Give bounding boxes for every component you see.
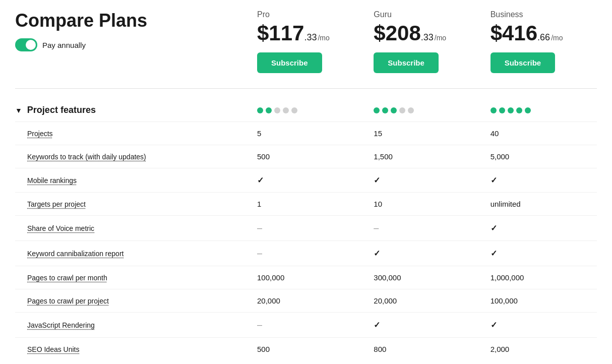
feature-name[interactable]: JavaScript Rendering <box>27 321 95 329</box>
plan-price-main: $416 <box>491 21 537 45</box>
feature-value-cell: 300,000 <box>363 273 480 282</box>
dot <box>266 107 272 113</box>
dots-guru <box>363 107 480 113</box>
dot <box>391 107 397 113</box>
feature-name[interactable]: Share of Voice metric <box>27 224 94 232</box>
feature-value-cell: 800 <box>363 345 480 353</box>
divider <box>15 88 597 89</box>
toggle-knob <box>26 40 36 50</box>
table-row: Share of Voice metric––✓ <box>15 215 597 240</box>
plan-price-cents: .33 <box>421 32 434 43</box>
feature-name-cell: Keywords to track (with daily updates) <box>15 152 247 161</box>
dot <box>399 107 405 113</box>
feature-value-cell: ✓ <box>363 249 480 258</box>
feature-value-cell: 15 <box>363 129 480 138</box>
feature-name-cell: JavaScript Rendering <box>15 321 247 329</box>
dot <box>508 107 514 113</box>
feature-name-cell: Projects <box>15 129 247 138</box>
feature-value-cell: 100,000 <box>480 296 597 305</box>
feature-name-cell: SEO Ideas Units <box>15 345 247 353</box>
feature-name[interactable]: Pages to crawl per project <box>27 297 109 305</box>
plan-price-cents: .66 <box>537 32 550 43</box>
feature-value-cell: 20,000 <box>363 296 480 305</box>
feature-value-cell: 5 <box>247 129 363 138</box>
table-row: JavaScript Rendering–✓✓ <box>15 312 597 337</box>
feature-name[interactable]: Keywords to track (with daily updates) <box>27 153 146 161</box>
features-table: ▼ Project features Projects51540Keywords… <box>15 99 597 360</box>
feature-value-cell: 2,000 <box>480 345 597 353</box>
check-icon: ✓ <box>374 249 380 258</box>
dot <box>257 107 263 113</box>
feature-value-cell: 500 <box>247 345 363 353</box>
dots-business <box>480 107 597 113</box>
check-icon: ✓ <box>491 321 497 329</box>
feature-value-cell: ✓ <box>480 249 597 258</box>
plan-columns: Pro $117.33/mo Subscribe Guru $208.33/mo… <box>247 10 597 73</box>
section-header-row: ▼ Project features <box>15 99 597 122</box>
feature-value-cell: ✓ <box>480 320 597 330</box>
feature-value-cell: – <box>247 248 363 259</box>
plan-price-period: /mo <box>435 34 446 42</box>
plan-price-period: /mo <box>318 34 329 42</box>
feature-value-cell: ✓ <box>363 175 480 185</box>
feature-value-cell: – <box>247 223 363 233</box>
feature-value-cell: 20,000 <box>247 296 363 305</box>
feature-value-cell: ✓ <box>480 175 597 185</box>
dash-icon: – <box>374 223 379 233</box>
subscribe-button[interactable]: Subscribe <box>257 52 322 73</box>
dot <box>291 107 297 113</box>
table-row: Projects51540 <box>15 122 597 145</box>
table-row: Mobile rankings✓✓✓ <box>15 168 597 192</box>
pay-annually-row: Pay annually <box>15 38 247 51</box>
dash-icon: – <box>257 248 262 258</box>
feature-value-cell: 40 <box>480 129 597 138</box>
table-row: SEO Ideas Units5008002,000 <box>15 337 597 360</box>
header-left: Compare Plans Pay annually <box>15 10 247 51</box>
plan-name: Business <box>491 10 523 19</box>
dot <box>525 107 531 113</box>
feature-name[interactable]: Mobile rankings <box>27 176 77 185</box>
dot <box>374 107 380 113</box>
dot <box>283 107 289 113</box>
chevron-icon[interactable]: ▼ <box>15 106 22 114</box>
plan-name: Pro <box>257 10 270 19</box>
feature-name[interactable]: SEO Ideas Units <box>27 345 80 353</box>
table-row: Keyword cannibalization report–✓✓ <box>15 240 597 266</box>
header-section: Compare Plans Pay annually Pro $117.33/m… <box>15 10 597 73</box>
feature-name-cell: Keyword cannibalization report <box>15 249 247 258</box>
feature-name-cell: Targets per project <box>15 200 247 208</box>
feature-value-cell: – <box>247 320 363 330</box>
feature-name-cell: Pages to crawl per project <box>15 296 247 305</box>
dot <box>408 107 414 113</box>
feature-name[interactable]: Projects <box>27 130 53 138</box>
subscribe-button[interactable]: Subscribe <box>491 52 556 73</box>
plan-price-cents: .33 <box>304 32 317 43</box>
feature-value-cell: 10 <box>363 200 480 208</box>
feature-value-cell: 100,000 <box>247 273 363 282</box>
section-header-left: ▼ Project features <box>15 105 247 115</box>
feature-rows-container: Projects51540Keywords to track (with dai… <box>15 122 597 360</box>
plan-price: $416.66/mo <box>491 21 563 45</box>
feature-value-cell: 500 <box>247 152 363 161</box>
check-icon: ✓ <box>491 249 497 258</box>
plan-price: $117.33/mo <box>257 21 330 45</box>
feature-name[interactable]: Targets per project <box>27 200 86 208</box>
table-row: Pages to crawl per month100,000300,0001,… <box>15 266 597 289</box>
feature-value-cell: ✓ <box>363 320 480 330</box>
dot <box>516 107 522 113</box>
feature-name-cell: Pages to crawl per month <box>15 273 247 282</box>
plan-name: Guru <box>374 10 392 19</box>
feature-name[interactable]: Keyword cannibalization report <box>27 250 124 258</box>
dot <box>491 107 497 113</box>
subscribe-button[interactable]: Subscribe <box>374 52 439 73</box>
feature-value-cell: ✓ <box>247 175 363 185</box>
feature-value-cell: 1 <box>247 200 363 208</box>
table-row: Keywords to track (with daily updates)50… <box>15 145 597 168</box>
dot <box>499 107 505 113</box>
feature-value-cell: 1,500 <box>363 152 480 161</box>
pay-annually-toggle[interactable] <box>15 38 37 51</box>
feature-name[interactable]: Pages to crawl per month <box>27 274 107 282</box>
plan-col-guru: Guru $208.33/mo Subscribe <box>363 10 480 73</box>
check-icon: ✓ <box>374 321 380 329</box>
plan-price-main: $208 <box>374 21 420 45</box>
